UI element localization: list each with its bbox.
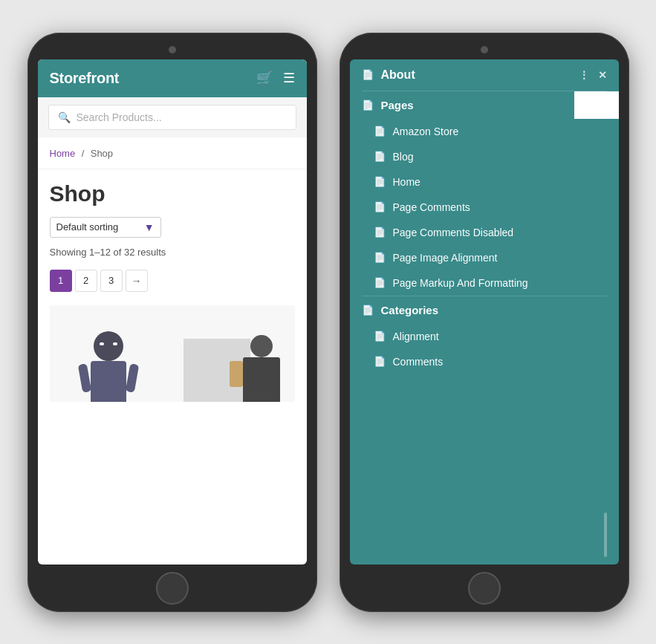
page-markup-label: Page Markup And Formatting: [393, 277, 528, 289]
phone-speaker-left: [169, 46, 176, 53]
close-icon[interactable]: ✕: [598, 69, 607, 81]
menu-item-alignment[interactable]: 📄 Alignment: [350, 324, 619, 349]
blog-doc-icon: 📄: [374, 151, 386, 162]
page-2-button[interactable]: 2: [75, 270, 97, 292]
phone-speaker-right: [481, 46, 488, 53]
breadcrumb: Home / Shop: [38, 137, 307, 169]
pagination: 1 2 3 →: [50, 270, 295, 292]
sort-label: Default sorting: [56, 221, 119, 232]
menu-item-blog[interactable]: 📄 Blog: [350, 144, 619, 169]
home-doc-icon: 📄: [374, 176, 386, 187]
pages-label: Pages: [381, 99, 414, 111]
page-next-button[interactable]: →: [126, 270, 148, 292]
scroll-indicator: [604, 513, 607, 557]
search-icon: 🔍: [58, 111, 71, 123]
white-box-decoration: [574, 91, 619, 119]
home-label: Home: [393, 176, 420, 188]
menu-categories-section: 📄 Categories: [350, 296, 619, 324]
person-silhouette: [243, 335, 280, 402]
storefront-logo: Storefront: [50, 70, 120, 87]
right-phone: 📄 About ⋮ ✕ 📄 Pages 📄 Amazon Store 📄 Blo…: [340, 33, 629, 612]
left-phone-screen: Storefront 🛒 ☰ 🔍 Search Products... Home…: [38, 59, 307, 565]
amazon-label: Amazon Store: [393, 126, 459, 137]
menu-item-home[interactable]: 📄 Home: [350, 169, 619, 195]
comments-doc-icon: 📄: [374, 356, 386, 367]
hamburger-icon[interactable]: ☰: [283, 70, 295, 86]
blog-label: Blog: [393, 151, 414, 163]
ninja-torso: [91, 361, 126, 402]
alignment-label: Alignment: [393, 331, 439, 342]
search-bar-wrapper: 🔍 Search Products...: [38, 97, 307, 137]
storefront-header: Storefront 🛒 ☰: [38, 59, 307, 97]
sort-arrow-icon: ▼: [144, 221, 155, 233]
breadcrumb-home-link[interactable]: Home: [50, 148, 76, 159]
results-count: Showing 1–12 of 32 results: [50, 247, 295, 258]
menu-controls: ⋮ ✕: [579, 69, 607, 81]
menu-about-item[interactable]: 📄 About ⋮ ✕: [350, 59, 619, 91]
alignment-doc-icon: 📄: [374, 331, 386, 342]
page-markup-doc-icon: 📄: [374, 277, 386, 288]
page-comments-disabled-doc-icon: 📄: [374, 227, 386, 238]
right-phone-screen: 📄 About ⋮ ✕ 📄 Pages 📄 Amazon Store 📄 Blo…: [350, 59, 619, 565]
page-comments-doc-icon: 📄: [374, 201, 386, 212]
page-3-button[interactable]: 3: [100, 270, 123, 292]
page-image-doc-icon: 📄: [374, 252, 386, 263]
ninja-eye-right: [113, 342, 117, 345]
home-button-right[interactable]: [468, 572, 501, 605]
menu-item-comments[interactable]: 📄 Comments: [350, 349, 619, 374]
home-button-left[interactable]: [156, 572, 189, 605]
menu-item-amazon[interactable]: 📄 Amazon Store: [350, 119, 619, 144]
comments-label: Comments: [393, 356, 444, 368]
page-1-button[interactable]: 1: [50, 270, 72, 292]
product-image: [50, 305, 295, 402]
categories-label: Categories: [381, 304, 439, 316]
page-comments-disabled-label: Page Comments Disabled: [393, 227, 514, 238]
person-torso: [243, 357, 280, 402]
left-phone: Storefront 🛒 ☰ 🔍 Search Products... Home…: [27, 33, 317, 612]
about-label: About: [381, 68, 415, 82]
breadcrumb-separator: /: [82, 148, 85, 159]
person-head: [250, 335, 273, 357]
menu-item-page-comments[interactable]: 📄 Page Comments: [350, 195, 619, 220]
ninja-body-wrap: [91, 331, 126, 402]
page-image-alignment-label: Page Image Alignment: [393, 252, 498, 264]
menu-item-page-comments-disabled[interactable]: 📄 Page Comments Disabled: [350, 220, 619, 245]
menu-pages-section: 📄 Pages: [350, 91, 619, 119]
hand: [230, 361, 243, 387]
pages-doc-icon: 📄: [362, 100, 374, 111]
ninja-figure: [50, 305, 295, 402]
ninja-arm-right: [125, 363, 138, 393]
menu-item-page-image-alignment[interactable]: 📄 Page Image Alignment: [350, 245, 619, 270]
shop-title: Shop: [50, 181, 295, 206]
ninja-arm-left: [77, 363, 91, 393]
shop-content: Shop Default sorting ▼ Showing 1–12 of 3…: [38, 169, 307, 414]
amazon-doc-icon: 📄: [374, 126, 386, 137]
sort-dropdown[interactable]: Default sorting ▼: [50, 217, 161, 238]
search-placeholder-text: Search Products...: [77, 111, 162, 123]
search-bar[interactable]: 🔍 Search Products...: [48, 105, 296, 130]
breadcrumb-current: Shop: [91, 148, 113, 159]
ninja-eye-left: [100, 342, 104, 345]
menu-item-page-markup[interactable]: 📄 Page Markup And Formatting: [350, 270, 619, 296]
header-icons: 🛒 ☰: [256, 70, 295, 86]
page-comments-label: Page Comments: [393, 201, 470, 213]
about-doc-icon: 📄: [362, 69, 374, 80]
dots-icon[interactable]: ⋮: [579, 69, 589, 81]
ninja-head: [94, 331, 123, 361]
categories-doc-icon: 📄: [362, 305, 374, 316]
cart-icon[interactable]: 🛒: [256, 70, 273, 86]
